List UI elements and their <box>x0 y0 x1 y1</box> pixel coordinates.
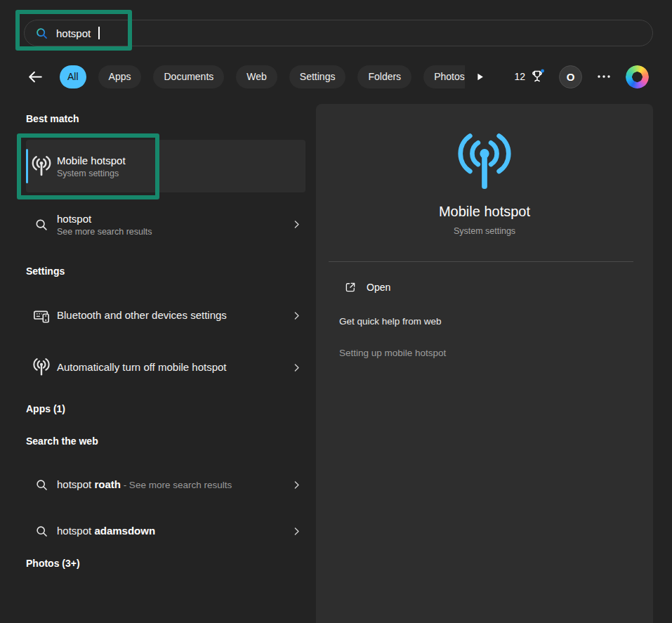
web-query-prefix: hotspot <box>57 525 94 537</box>
more-options-icon[interactable] <box>595 68 612 85</box>
search-query-text: hotspot <box>56 27 91 39</box>
settings-header: Settings <box>26 265 65 277</box>
chevron-right-icon <box>287 362 305 374</box>
mobile-hotspot-icon <box>451 133 518 192</box>
preview-title: Mobile hotspot <box>316 204 653 220</box>
avatar-initial: O <box>567 71 575 83</box>
tab-settings[interactable]: Settings <box>289 65 346 88</box>
open-external-icon <box>344 281 357 294</box>
web-query-suffix: - See more search results <box>121 480 232 490</box>
tab-web[interactable]: Web <box>236 65 277 88</box>
photos-header: Photos (3+) <box>26 558 80 569</box>
rewards-button[interactable]: 12 <box>514 68 546 85</box>
filter-tabs-row: All Apps Documents Web Settings Folders … <box>27 65 485 88</box>
best-match-header: Best match <box>26 113 79 124</box>
result-title: Bluetooth and other devices settings <box>57 306 238 324</box>
search-the-web-header: Search the web <box>26 435 98 447</box>
web-query-bold: roath <box>94 478 121 490</box>
hotspot-icon <box>26 358 57 376</box>
result-see-more-search[interactable]: hotspot See more search results <box>26 205 305 244</box>
rewards-trophy-icon <box>529 68 546 85</box>
avatar[interactable]: O <box>559 65 582 88</box>
open-label: Open <box>367 282 390 293</box>
search-icon <box>34 26 49 41</box>
search-icon <box>26 478 57 492</box>
tab-folders[interactable]: Folders <box>357 65 411 88</box>
open-action[interactable]: Open <box>344 281 390 294</box>
hotspot-icon <box>26 156 57 177</box>
chevron-right-icon <box>287 479 305 491</box>
search-input[interactable]: hotspot <box>24 20 653 46</box>
chevron-right-icon <box>287 218 305 230</box>
result-title: Mobile hotspot <box>57 155 305 166</box>
search-icon <box>26 524 57 539</box>
result-web-hotspot-roath[interactable]: hotspot roath - See more search results <box>26 460 305 509</box>
tab-apps[interactable]: Apps <box>98 65 142 88</box>
web-query-bold: adamsdown <box>94 525 155 537</box>
search-icon <box>26 217 57 232</box>
tab-photos[interactable]: Photos <box>423 65 465 88</box>
tabs-overflow-arrow-icon[interactable] <box>475 72 485 82</box>
result-title: hotspot <box>57 213 287 225</box>
selection-accent-bar <box>26 149 28 183</box>
divider <box>329 261 633 262</box>
help-link-setting-up-hotspot[interactable]: Setting up mobile hotspot <box>339 348 446 358</box>
preview-panel: Mobile hotspot System settings Open Get … <box>316 104 653 623</box>
result-web-hotspot-adamsdown[interactable]: hotspot adamsdown <box>26 515 305 547</box>
rewards-points: 12 <box>514 71 525 82</box>
text-caret <box>98 27 100 39</box>
tab-documents[interactable]: Documents <box>153 65 224 88</box>
tab-all[interactable]: All <box>60 65 86 88</box>
apps-header: Apps (1) <box>26 403 65 414</box>
quick-help-header: Get quick help from web <box>339 316 653 327</box>
back-button[interactable] <box>27 67 45 86</box>
preview-subtitle: System settings <box>316 226 653 236</box>
chevron-right-icon <box>287 310 305 322</box>
topbar-right-cluster: 12 O <box>514 65 649 88</box>
devices-icon <box>26 306 57 325</box>
copilot-icon[interactable] <box>626 65 649 88</box>
result-bluetooth-settings[interactable]: Bluetooth and other devices settings <box>26 290 305 341</box>
chevron-right-icon <box>287 525 305 537</box>
result-title: Automatically turn off mobile hotspot <box>57 358 238 376</box>
result-subtitle: System settings <box>57 169 305 178</box>
windows-search-flyout: hotspot All Apps Documents Web Settings … <box>0 0 672 623</box>
result-auto-turn-off-hotspot[interactable]: Automatically turn off mobile hotspot <box>26 342 305 393</box>
web-query-prefix: hotspot <box>57 478 94 490</box>
result-mobile-hotspot[interactable]: Mobile hotspot System settings <box>26 140 305 192</box>
result-subtitle: See more search results <box>57 227 287 237</box>
